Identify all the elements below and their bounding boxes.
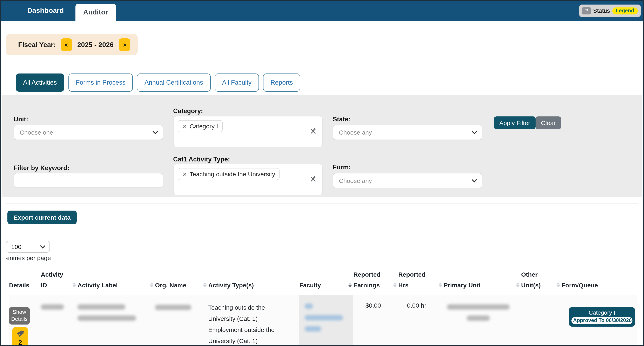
activity-type-item: Employment outside the University (Cat. … xyxy=(208,324,293,346)
remove-tag-icon[interactable]: ✕ xyxy=(182,171,187,177)
col-header-faculty[interactable]: Faculty xyxy=(299,268,353,295)
status-label: Status xyxy=(593,8,610,14)
faculty-cell xyxy=(299,295,353,346)
section-divider xyxy=(1,65,643,65)
legend-button[interactable]: Legend xyxy=(612,7,638,14)
show-details-button[interactable]: Show Details xyxy=(9,307,30,324)
nav-tab-dashboard[interactable]: Dashboard xyxy=(27,1,64,21)
app-header: Dashboard Auditor ? Status Legend xyxy=(1,1,643,21)
redacted-text xyxy=(41,304,64,310)
attachment-count: 2 xyxy=(18,339,22,346)
tag-icon xyxy=(16,330,24,338)
col-header-reported-hrs[interactable]: Reported Hrs xyxy=(398,268,444,295)
unit-select[interactable]: Choose one xyxy=(14,125,163,140)
tab-all-activities[interactable]: All Activities xyxy=(16,74,64,92)
filter-panel: Unit: Choose one Category: ✕ Category I … xyxy=(2,95,642,197)
primary-unit-cell xyxy=(444,295,521,346)
apply-filter-button[interactable]: Apply Filter xyxy=(494,116,536,129)
category-multiselect[interactable]: ✕ Category I xyxy=(173,116,323,147)
col-header-activity-label[interactable]: Activity Label xyxy=(78,268,155,295)
fiscal-year-label: Fiscal Year: xyxy=(18,41,56,49)
tab-reports[interactable]: Reports xyxy=(263,74,300,92)
export-current-data-button[interactable]: Export current data xyxy=(8,211,77,224)
state-select-value: Choose any xyxy=(339,129,472,136)
state-select[interactable]: Choose any xyxy=(333,125,482,140)
col-header-reported-earnings[interactable]: Reported Earnings xyxy=(353,268,398,295)
col-header-primary-unit[interactable]: Primary Unit xyxy=(444,268,521,295)
activity-id-cell xyxy=(41,295,78,346)
other-units-cell xyxy=(521,295,562,346)
cat1-activity-type-multiselect[interactable]: ✕ Teaching outside the University xyxy=(173,164,323,195)
tab-annual-certifications[interactable]: Annual Certifications xyxy=(137,74,210,92)
chevron-down-icon xyxy=(472,177,477,182)
section-tabs: All Activities Forms in Process Annual C… xyxy=(16,74,300,92)
form-select-value: Choose any xyxy=(339,177,472,184)
clear-all-icon[interactable] xyxy=(310,175,317,184)
col-header-activity-id[interactable]: Activity ID xyxy=(41,268,78,295)
cat1-activity-type-tag: ✕ Teaching outside the University xyxy=(178,168,280,180)
table-header: Details Activity ID Activity Label Org. … xyxy=(9,268,636,295)
faculty-link-redacted[interactable] xyxy=(305,315,343,320)
status-legend-widget: ? Status Legend xyxy=(580,5,641,17)
col-header-other-units[interactable]: Other Unit(s) xyxy=(521,268,562,295)
fiscal-year-bar: Fiscal Year: < 2025 - 2026 > xyxy=(6,34,138,55)
chevron-down-icon xyxy=(152,129,158,134)
sort-icon[interactable] xyxy=(72,282,76,287)
details-cell: Show Details 2 xyxy=(9,295,41,346)
clear-filter-button[interactable]: Clear xyxy=(536,116,561,129)
redacted-text xyxy=(78,315,136,321)
chevron-down-icon xyxy=(472,129,477,134)
category-tag: ✕ Category I xyxy=(178,120,223,132)
col-header-org-name[interactable]: Org. Name xyxy=(155,268,208,295)
attachment-badge[interactable]: 2 xyxy=(12,327,28,346)
sort-icon[interactable] xyxy=(150,282,153,287)
status-badge-category: Category I xyxy=(572,309,632,316)
sort-icon[interactable] xyxy=(556,282,560,287)
activity-label-cell xyxy=(78,295,155,346)
nav-tab-auditor[interactable]: Auditor xyxy=(76,4,116,21)
col-header-form-queue: Form/Queue xyxy=(562,268,636,295)
activity-types-cell: Teaching outside the University (Cat. 1)… xyxy=(208,295,299,346)
unit-select-value: Choose one xyxy=(20,129,153,136)
faculty-link-redacted[interactable] xyxy=(305,326,321,331)
fiscal-year-next-button[interactable]: > xyxy=(118,38,130,51)
status-badge-approved-to: Approved To 06/30/2026 xyxy=(572,317,632,324)
form-label: Form: xyxy=(333,163,351,171)
sort-icon[interactable] xyxy=(439,282,442,287)
reported-hrs-cell: 0.00 hr xyxy=(398,295,444,346)
org-name-cell xyxy=(155,295,208,346)
unit-label: Unit: xyxy=(14,116,28,123)
tab-forms-in-process[interactable]: Forms in Process xyxy=(68,74,133,92)
remove-tag-icon[interactable]: ✕ xyxy=(182,123,187,129)
form-queue-cell: Category I Approved To 06/30/2026 xyxy=(562,295,636,346)
chevron-down-icon xyxy=(40,243,45,248)
sort-icon[interactable] xyxy=(516,282,520,287)
app-window: Dashboard Auditor ? Status Legend Fiscal… xyxy=(0,0,644,346)
form-select[interactable]: Choose any xyxy=(333,173,482,188)
redacted-text xyxy=(78,304,125,310)
status-badge[interactable]: Category I Approved To 06/30/2026 xyxy=(569,307,635,326)
reported-earnings-cell: $0.00 xyxy=(353,295,398,346)
keyword-label: Filter by Keyword: xyxy=(14,164,69,172)
state-label: State: xyxy=(333,116,350,123)
redacted-text xyxy=(467,315,490,321)
faculty-link-redacted[interactable] xyxy=(305,303,313,309)
tab-all-faculty[interactable]: All Faculty xyxy=(214,74,259,92)
cat1-activity-type-label: Cat1 Activity Type: xyxy=(173,156,230,163)
table-row: Show Details 2 Teaching outside the Univ… xyxy=(9,295,636,346)
keyword-input[interactable] xyxy=(14,173,163,188)
sort-icon[interactable] xyxy=(393,282,396,287)
redacted-text xyxy=(155,305,191,310)
redacted-text xyxy=(447,304,510,310)
sort-desc-icon[interactable] xyxy=(348,282,352,287)
page-size-value: 100 xyxy=(11,243,41,250)
cat1-activity-type-tag-label: Teaching outside the University xyxy=(190,170,275,178)
category-label: Category: xyxy=(173,107,203,115)
activity-type-item: Teaching outside the University (Cat. 1) xyxy=(208,302,293,324)
clear-all-icon[interactable] xyxy=(310,127,317,136)
fiscal-year-prev-button[interactable]: < xyxy=(61,38,72,51)
fiscal-year-value: 2025 - 2026 xyxy=(77,41,114,49)
sort-icon[interactable] xyxy=(203,282,206,287)
entries-per-page-label: entries per page xyxy=(6,254,51,261)
page-size-select[interactable]: 100 xyxy=(6,241,50,253)
